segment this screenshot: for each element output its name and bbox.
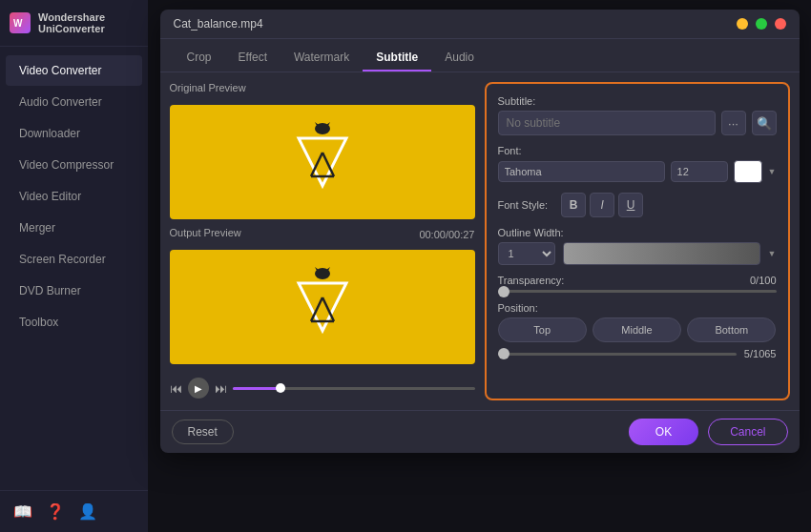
svg-text:W: W	[13, 18, 23, 29]
outline-width-select[interactable]: 1 2 3 4	[498, 242, 555, 265]
reset-button[interactable]: Reset	[172, 419, 234, 444]
font-row: Tahoma Arial Times New Roman 12 14 16 18	[498, 160, 777, 183]
sidebar-item-screen-recorder[interactable]: Screen Recorder	[6, 244, 142, 275]
output-preview-header: Output Preview 00:00/00:27	[170, 227, 475, 242]
sidebar-item-downloader[interactable]: Downloader	[6, 118, 142, 149]
sidebar-item-video-compressor[interactable]: Video Compressor	[6, 150, 142, 180]
sidebar: W Wondershare UniConverter Video Convert…	[0, 0, 148, 532]
sidebar-item-video-editor[interactable]: Video Editor	[6, 181, 142, 212]
minimize-button[interactable]	[737, 18, 748, 30]
subtitle-section: Subtitle: ··· 🔍	[498, 95, 777, 135]
font-label: Font:	[498, 145, 777, 156]
font-style-label: Font Style:	[498, 199, 549, 211]
progress-handle[interactable]	[276, 383, 285, 393]
transparency-track	[498, 290, 777, 293]
position-top-button[interactable]: Top	[498, 317, 587, 342]
position-bottom-button[interactable]: Bottom	[687, 317, 776, 342]
transparency-value: 0/100	[750, 275, 777, 286]
progress-fill	[233, 387, 281, 390]
outline-label: Outline Width:	[498, 227, 777, 238]
tab-watermark[interactable]: Watermark	[281, 45, 363, 72]
preview-area: Original Preview	[170, 82, 475, 400]
position-track	[498, 353, 737, 356]
font-section: Font: Tahoma Arial Times New Roman 12 14…	[498, 145, 777, 183]
position-buttons: Top Middle Bottom	[498, 317, 777, 342]
svg-marker-4	[299, 138, 346, 186]
subtitle-panel: Subtitle: ··· 🔍 Font: Tahoma	[485, 82, 790, 400]
dialog-titlebar: Cat_balance.mp4	[160, 10, 800, 39]
sidebar-item-merger[interactable]: Merger	[6, 213, 142, 243]
svg-marker-11	[299, 283, 346, 331]
sidebar-item-audio-converter[interactable]: Audio Converter	[6, 87, 142, 117]
dialog-title: Cat_balance.mp4	[174, 17, 263, 31]
underline-button[interactable]: U	[618, 193, 643, 217]
ok-button[interactable]: OK	[629, 419, 698, 445]
tab-crop[interactable]: Crop	[174, 45, 225, 72]
play-button[interactable]: ▶	[188, 378, 209, 399]
position-middle-button[interactable]: Middle	[593, 317, 681, 342]
window-controls	[737, 18, 786, 30]
sidebar-footer: 📖 ❓ 👤	[0, 490, 148, 532]
tab-subtitle[interactable]: Subtitle	[363, 45, 431, 72]
font-style-section: Font Style: B I U	[498, 193, 777, 217]
subtitle-label: Subtitle:	[498, 95, 777, 107]
outline-section: Outline Width: 1 2 3 4 ▼	[498, 227, 777, 265]
outline-color-arrow[interactable]: ▼	[768, 249, 777, 258]
subtitle-input[interactable]	[498, 111, 716, 135]
dialog: Cat_balance.mp4 Crop Effect Watermark	[160, 10, 800, 453]
original-preview-box	[170, 105, 475, 219]
position-slider[interactable]	[498, 353, 737, 356]
maximize-button[interactable]	[756, 18, 767, 30]
cancel-button[interactable]: Cancel	[708, 419, 787, 445]
outline-color-picker[interactable]	[563, 242, 760, 265]
user-icon[interactable]: 👤	[78, 502, 97, 521]
transparency-label-row: Transparency: 0/100	[498, 275, 777, 286]
original-preview-label: Original Preview	[170, 82, 475, 93]
search-button[interactable]: 🔍	[752, 111, 777, 135]
position-section: Position: Top Middle Bottom	[498, 302, 777, 359]
position-value: 5/1065	[744, 348, 777, 359]
tab-audio[interactable]: Audio	[431, 45, 488, 72]
position-label: Position:	[498, 302, 777, 314]
outline-row: 1 2 3 4 ▼	[498, 242, 777, 265]
font-family-select[interactable]: Tahoma Arial Times New Roman	[498, 161, 665, 182]
book-icon[interactable]: 📖	[13, 502, 32, 521]
app-name: Wondershare UniConverter	[38, 11, 138, 34]
sidebar-item-video-converter[interactable]: Video Converter	[6, 55, 142, 86]
subtitle-input-row: ··· 🔍	[498, 111, 777, 135]
sidebar-item-dvd-burner[interactable]: DVD Burner	[6, 276, 142, 306]
tab-effect[interactable]: Effect	[225, 45, 281, 72]
bold-button[interactable]: B	[561, 193, 586, 217]
transparency-thumb[interactable]	[498, 286, 509, 297]
color-dropdown-arrow[interactable]: ▼	[768, 167, 777, 176]
sidebar-nav: Video Converter Audio Converter Download…	[0, 47, 148, 490]
position-slider-row: 5/1065	[498, 348, 777, 359]
font-size-select[interactable]: 12 14 16 18	[671, 161, 728, 182]
footer-right: OK Cancel	[629, 419, 788, 445]
main-area: Cat_balance.mp4 Crop Effect Watermark	[148, 0, 811, 532]
transparency-slider[interactable]	[498, 290, 777, 293]
position-thumb[interactable]	[498, 348, 509, 359]
preview-time: 00:00/00:27	[419, 229, 474, 240]
italic-button[interactable]: I	[590, 193, 614, 217]
sidebar-item-toolbox[interactable]: Toolbox	[6, 307, 142, 338]
step-forward-button[interactable]: ⏭	[215, 381, 227, 396]
app-logo: W	[10, 12, 31, 33]
more-options-button[interactable]: ···	[721, 111, 746, 135]
output-preview-label: Output Preview	[170, 227, 241, 238]
font-color-swatch[interactable]	[734, 160, 762, 183]
question-icon[interactable]: ❓	[46, 502, 65, 521]
playback-progress[interactable]	[233, 387, 475, 390]
close-button[interactable]	[775, 18, 786, 30]
sidebar-header: W Wondershare UniConverter	[0, 0, 148, 47]
step-back-button[interactable]: ⏮	[170, 381, 182, 396]
dialog-footer: Reset OK Cancel	[160, 410, 800, 453]
dialog-tabs: Crop Effect Watermark Subtitle Audio	[160, 39, 800, 72]
dialog-overlay: Cat_balance.mp4 Crop Effect Watermark	[148, 0, 811, 532]
transparency-section: Transparency: 0/100	[498, 275, 777, 293]
output-preview-box	[170, 250, 475, 364]
transparency-label: Transparency:	[498, 275, 565, 286]
playback-controls: ⏮ ▶ ⏭	[170, 372, 475, 400]
dialog-body: Original Preview	[160, 72, 800, 410]
